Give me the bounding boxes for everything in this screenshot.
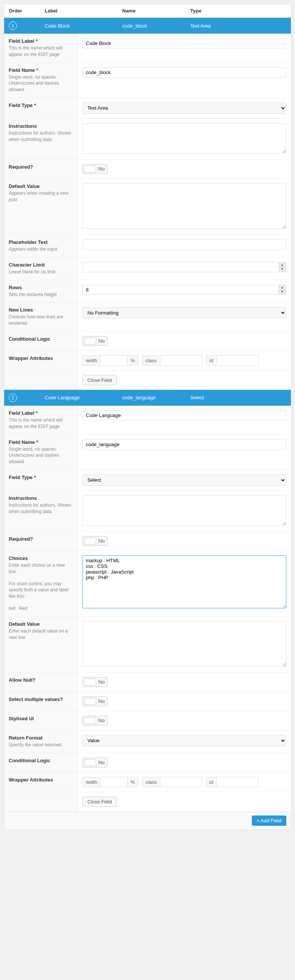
field-bar-code-language[interactable]: 2 Code Language code_language Select (4, 390, 291, 406)
acf-field-group: Order Label Name Type 1 Code Block code_… (4, 4, 291, 830)
rows-input[interactable] (83, 285, 286, 295)
header-name: Name (122, 8, 190, 14)
order-number: 2 (9, 394, 17, 402)
conditional-toggle[interactable]: No (83, 336, 107, 346)
header-label: Label (45, 8, 122, 14)
allow-null-toggle[interactable]: No (83, 677, 107, 687)
header-row: Order Label Name Type (4, 4, 291, 18)
wrapper-width-input[interactable] (100, 777, 127, 787)
field-label-input[interactable] (83, 38, 286, 48)
return-format-select[interactable]: Value (83, 735, 286, 746)
instructions-input[interactable] (83, 123, 286, 153)
wrapper-id-input[interactable] (217, 356, 258, 365)
add-field-button[interactable]: + Add Field (252, 816, 286, 826)
header-type: Type (190, 8, 286, 14)
field-type-select[interactable]: Select (83, 474, 286, 486)
close-field-button[interactable]: Close Field (83, 797, 117, 807)
field-type-select[interactable]: Text Area (83, 102, 286, 114)
required-toggle[interactable]: No (83, 536, 107, 546)
placeholder-input[interactable] (83, 239, 286, 250)
field-bar-name: code_language (122, 395, 190, 400)
close-field-button[interactable]: Close Field (83, 375, 117, 385)
field-name-input[interactable] (83, 67, 286, 78)
field-bar-code-block[interactable]: 1 Code Block code_block Text Area (4, 18, 291, 33)
new-lines-select[interactable]: No Formatting (83, 307, 286, 318)
conditional-toggle[interactable]: No (83, 758, 107, 767)
field-settings-code-language: Field Label *This is the name which will… (4, 406, 291, 811)
default-value-input[interactable] (83, 621, 286, 667)
instructions-input[interactable] (83, 495, 286, 525)
field-settings-code-block: Field Label *This is the name which will… (4, 33, 291, 390)
spinner[interactable]: ▲▼ (279, 285, 285, 294)
field-bar-type: Text Area (190, 23, 286, 29)
select-multiple-toggle[interactable]: No (83, 697, 107, 706)
required-toggle[interactable]: No (83, 164, 107, 174)
field-bar-type: Select (190, 395, 286, 400)
header-order: Order (9, 8, 45, 14)
char-limit-input[interactable] (83, 262, 286, 272)
wrapper-id-input[interactable] (217, 777, 258, 787)
wrapper-class-input[interactable] (160, 356, 202, 365)
stylised-ui-toggle[interactable]: No (83, 716, 107, 725)
field-bar-name: code_block (122, 23, 190, 29)
field-label-input[interactable] (83, 410, 286, 420)
wrapper-class-input[interactable] (160, 777, 202, 787)
choices-input[interactable] (83, 555, 286, 608)
field-bar-label: Code Block (45, 23, 122, 29)
order-number: 1 (9, 22, 17, 30)
field-bar-label: Code Language (45, 395, 122, 400)
wrapper-width-input[interactable] (100, 356, 127, 365)
field-name-input[interactable] (83, 439, 286, 450)
default-value-input[interactable] (83, 183, 286, 229)
spinner[interactable]: ▲▼ (279, 263, 285, 272)
footer: + Add Field (4, 811, 291, 829)
